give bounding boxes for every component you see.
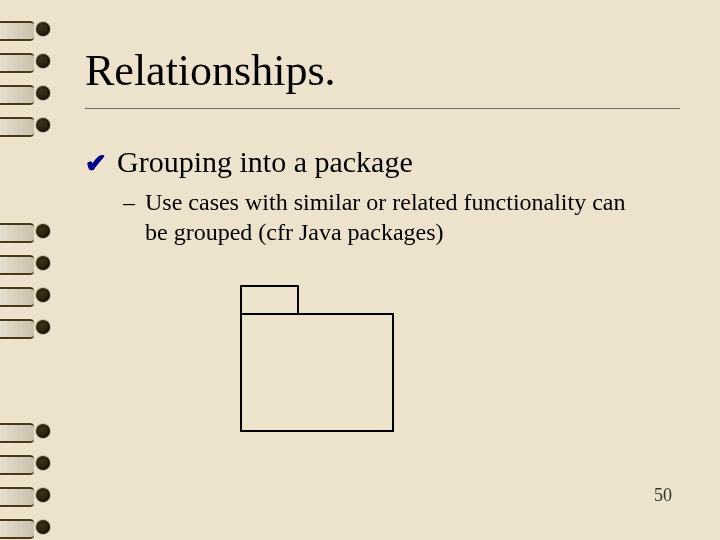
spiral-ring <box>0 50 60 72</box>
spiral-ring <box>0 420 60 442</box>
page-number: 50 <box>654 485 672 506</box>
spiral-ring <box>0 18 60 40</box>
spiral-ring <box>0 82 60 104</box>
sub-point-text: Use cases with similar or related functi… <box>145 187 645 247</box>
sub-bullet-row: – Use cases with similar or related func… <box>123 187 680 247</box>
spiral-binding <box>0 0 60 540</box>
spiral-ring <box>0 452 60 474</box>
spiral-ring <box>0 114 60 136</box>
dash-bullet: – <box>123 187 135 217</box>
spiral-ring <box>0 316 60 338</box>
main-bullet-row: ✔ Grouping into a package <box>85 145 680 179</box>
uml-package-tab <box>240 285 299 313</box>
uml-package-body <box>240 313 394 432</box>
spiral-ring <box>0 484 60 506</box>
checkmark-icon: ✔ <box>85 151 107 177</box>
spiral-ring <box>0 284 60 306</box>
title-underline <box>85 108 680 109</box>
slide-title: Relationships. <box>85 45 680 102</box>
spiral-ring <box>0 252 60 274</box>
uml-package-diagram <box>240 285 394 432</box>
spiral-ring <box>0 220 60 242</box>
slide-content: Relationships. ✔ Grouping into a package… <box>85 45 680 510</box>
spiral-ring <box>0 516 60 538</box>
main-point-text: Grouping into a package <box>117 145 413 179</box>
